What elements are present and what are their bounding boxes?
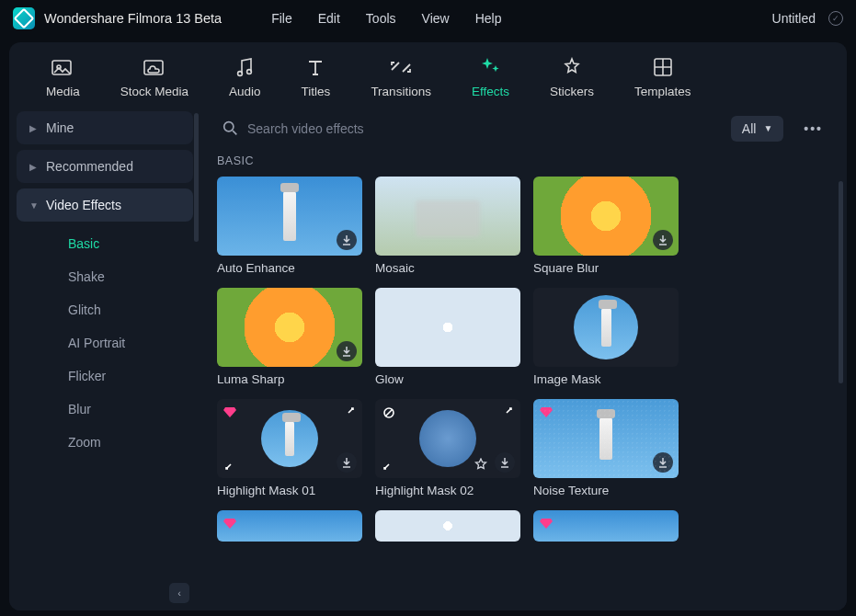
effect-thumbnail (217, 288, 362, 367)
download-icon[interactable] (337, 452, 357, 473)
effect-thumbnail (217, 510, 362, 542)
premium-gem-icon (223, 516, 237, 530)
search-input[interactable] (247, 121, 713, 136)
sidebar-sub-flicker[interactable]: Flicker (17, 359, 193, 393)
search-field[interactable] (215, 115, 720, 142)
effect-thumbnail (533, 288, 679, 367)
effect-thumbnail (217, 177, 362, 256)
tab-stock-media[interactable]: Stock Media (120, 55, 188, 98)
templates-icon (651, 55, 675, 79)
download-icon[interactable] (337, 341, 357, 361)
download-icon[interactable] (337, 230, 357, 250)
effect-thumbnail (217, 399, 362, 478)
tab-effects[interactable]: Effects (472, 55, 509, 98)
effect-card-highlight-mask-01[interactable]: Highlight Mask 01 (217, 399, 362, 497)
effects-grid: Auto Enhance Mosaic Square Blur (200, 177, 847, 558)
tab-titles[interactable]: Titles (302, 55, 331, 98)
download-icon[interactable] (653, 452, 673, 473)
cloud-icon (143, 55, 166, 79)
sidebar-sub-basic[interactable]: Basic (17, 227, 193, 260)
sidebar-sub-zoom[interactable]: Zoom (17, 426, 193, 459)
sparkle-icon (478, 55, 502, 79)
arrow-out-icon (381, 456, 397, 473)
document-title: Untitled (772, 11, 816, 26)
premium-gem-icon (539, 405, 554, 419)
chevron-right-icon: ▶ (29, 123, 37, 133)
arrow-out-icon (223, 456, 239, 473)
sidebar-sub-ai-portrait[interactable]: AI Portrait (17, 326, 193, 359)
menu-file[interactable]: File (271, 11, 292, 26)
text-icon (303, 55, 327, 79)
arrow-in-icon (340, 405, 357, 421)
effect-card-partial[interactable] (217, 510, 362, 542)
effect-thumbnail (375, 288, 520, 367)
filter-dropdown[interactable]: All ▼ (731, 116, 783, 142)
sidebar-sub-shake[interactable]: Shake (17, 260, 193, 293)
music-icon (233, 55, 257, 79)
effect-thumbnail (533, 510, 679, 542)
search-icon (223, 120, 238, 136)
save-status-icon (828, 11, 843, 26)
effect-card-auto-enhance[interactable]: Auto Enhance (217, 177, 362, 275)
effect-card-partial[interactable] (533, 510, 679, 542)
more-options-button[interactable]: ••• (794, 116, 832, 142)
tab-templates[interactable]: Templates (634, 55, 691, 98)
sidebar-sub-glitch[interactable]: Glitch (17, 293, 193, 326)
sidebar-item-video-effects[interactable]: ▼ Video Effects (17, 188, 193, 222)
sidebar-item-recommended[interactable]: ▶ Recommended (17, 150, 193, 183)
main-menu: File Edit Tools View Help (271, 11, 501, 26)
effect-card-partial[interactable] (375, 510, 520, 542)
tab-audio[interactable]: Audio (229, 55, 261, 98)
chevron-right-icon: ▶ (29, 162, 37, 172)
menu-help[interactable]: Help (475, 11, 502, 26)
menu-tools[interactable]: Tools (366, 11, 396, 26)
premium-gem-icon (223, 405, 237, 419)
toolbar: All ▼ ••• (200, 108, 847, 151)
chevron-left-icon: ‹ (177, 587, 181, 599)
effect-thumbnail (375, 399, 520, 478)
workspace: Media Stock Media Audio Titles Transitio… (9, 42, 847, 610)
ellipsis-icon: ••• (804, 121, 823, 136)
arrow-in-icon (498, 405, 515, 421)
no-icon (381, 405, 397, 421)
tab-transitions[interactable]: Transitions (371, 55, 431, 98)
menu-view[interactable]: View (422, 11, 450, 26)
section-header-basic: BASIC (200, 151, 847, 177)
main-panel: All ▼ ••• BASIC Auto Enhance (200, 108, 847, 610)
sticker-icon (560, 55, 584, 79)
sidebar-item-mine[interactable]: ▶ Mine (17, 111, 193, 144)
category-tabs: Media Stock Media Audio Titles Transitio… (9, 42, 847, 108)
download-icon[interactable] (653, 230, 673, 250)
effect-card-noise-texture[interactable]: Noise Texture (533, 399, 679, 497)
tab-stickers[interactable]: Stickers (550, 55, 594, 98)
svg-point-6 (224, 122, 234, 131)
star-icon[interactable] (473, 456, 489, 473)
premium-gem-icon (539, 516, 554, 530)
sidebar-sub-blur[interactable]: Blur (17, 393, 193, 426)
download-icon[interactable] (495, 452, 515, 473)
effect-card-mosaic[interactable]: Mosaic (375, 177, 520, 275)
chevron-down-icon: ▼ (29, 200, 37, 211)
titlebar: Wondershare Filmora 13 Beta File Edit To… (0, 0, 856, 37)
tab-media[interactable]: Media (46, 55, 80, 98)
effect-card-image-mask[interactable]: Image Mask (533, 288, 679, 386)
svg-point-4 (247, 70, 252, 74)
collapse-sidebar-button[interactable]: ‹ (169, 583, 189, 603)
chevron-down-icon: ▼ (763, 123, 772, 133)
menu-edit[interactable]: Edit (318, 11, 340, 26)
effect-card-glow[interactable]: Glow (375, 288, 520, 386)
app-title: Wondershare Filmora 13 Beta (44, 11, 222, 26)
effect-thumbnail (533, 399, 679, 478)
effect-thumbnail (375, 510, 520, 542)
transitions-icon (389, 55, 413, 79)
svg-point-3 (238, 72, 243, 76)
effect-card-square-blur[interactable]: Square Blur (533, 177, 679, 275)
effect-thumbnail (533, 177, 679, 256)
effect-thumbnail (375, 177, 520, 256)
app-logo (13, 7, 35, 29)
media-icon (51, 55, 74, 79)
effect-card-highlight-mask-02[interactable]: Highlight Mask 02 (375, 399, 520, 497)
sidebar: ▶ Mine ▶ Recommended ▼ Video Effects Bas… (9, 108, 200, 610)
effect-card-luma-sharp[interactable]: Luma Sharp (217, 288, 362, 386)
